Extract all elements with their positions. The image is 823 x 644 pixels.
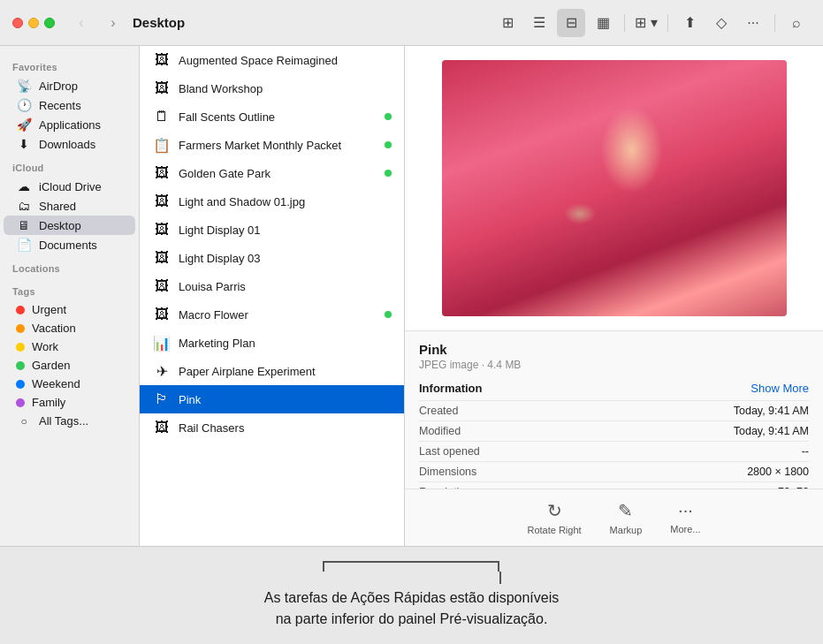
close-button[interactable]: [12, 18, 23, 28]
sidebar-item-desktop[interactable]: 🖥 Desktop: [4, 216, 135, 235]
view-icon-button[interactable]: ⊞: [493, 9, 522, 37]
tags-button[interactable]: ◇: [707, 9, 735, 37]
image-face: [442, 60, 787, 316]
file-icon: 🖼: [152, 192, 171, 211]
urgent-dot: [16, 306, 25, 314]
file-name: Fall Scents Outline: [179, 110, 377, 124]
list-item[interactable]: 🖼 Louisa Parris: [140, 272, 404, 300]
finder-window: ‹ › Desktop ⊞ ☰ ⊟ ▦ ⊞ ▾ ⬆ ◇ ··· ⌕ Favori…: [0, 0, 823, 644]
toolbar-separator-2: [667, 14, 668, 32]
sidebar-item-icloud-drive[interactable]: ☁ iCloud Drive: [4, 177, 135, 196]
forward-button[interactable]: ›: [101, 11, 126, 35]
sidebar-item-label: Vacation: [32, 322, 76, 335]
view-columns-button[interactable]: ⊟: [557, 9, 585, 37]
sidebar-item-recents[interactable]: 🕐 Recents: [4, 95, 135, 115]
rotate-right-label: Rotate Right: [527, 525, 581, 535]
markup-label: Markup: [610, 525, 643, 535]
file-name: Light Display 01: [179, 224, 392, 237]
sidebar-item-label: Recents: [39, 99, 81, 112]
sync-dot: [385, 311, 392, 318]
work-dot: [16, 343, 25, 352]
info-row-label: Modified: [419, 425, 461, 437]
bracket-vertical: [499, 572, 501, 584]
share-button[interactable]: ⬆: [675, 9, 704, 37]
info-row-dimensions: Dimensions 2800 × 1800: [419, 461, 809, 481]
preview-title: Pink: [419, 342, 809, 357]
list-item[interactable]: 🖼 Rail Chasers: [140, 413, 404, 442]
show-more-link[interactable]: Show More: [751, 382, 809, 395]
info-row-value: 2800 × 1800: [747, 466, 809, 478]
sidebar-item-work[interactable]: Work: [4, 337, 135, 356]
markup-button[interactable]: ✎ Markup: [610, 500, 643, 535]
traffic-lights: [12, 18, 55, 28]
list-item[interactable]: 🖼 Bland Workshop: [140, 74, 404, 102]
sidebar-item-label: Shared: [39, 200, 76, 213]
main-content: Favorites 📡 AirDrop 🕐 Recents 🚀 Applicat…: [0, 46, 823, 546]
preview-image-area: [405, 46, 823, 331]
view-list-button[interactable]: ☰: [525, 9, 553, 37]
list-item[interactable]: 🖼 Light Display 01: [140, 216, 404, 244]
file-name: Pink: [179, 393, 392, 406]
icloud-label: iCloud: [0, 154, 139, 177]
sidebar-item-weekend[interactable]: Weekend: [4, 375, 135, 393]
sidebar-item-shared[interactable]: 🗂 Shared: [4, 196, 135, 216]
sidebar-item-airdrop[interactable]: 📡 AirDrop: [4, 76, 135, 95]
desktop-icon: 🖥: [16, 218, 32, 232]
sidebar-item-urgent[interactable]: Urgent: [4, 300, 135, 319]
file-name: Light and Shadow 01.jpg: [179, 195, 392, 208]
sidebar-item-label: Work: [32, 340, 58, 353]
sidebar-item-applications[interactable]: 🚀 Applications: [4, 115, 135, 134]
preview-image: [442, 60, 787, 316]
list-item[interactable]: 🖼 Macro Flower: [140, 300, 404, 329]
list-item[interactable]: 🖼 Golden Gate Park: [140, 159, 404, 187]
list-item[interactable]: 🖼 Augmented Space Reimagined: [140, 46, 404, 74]
sidebar-item-label: Weekend: [32, 377, 80, 390]
sidebar-item-all-tags[interactable]: ○ All Tags...: [4, 412, 135, 430]
search-button[interactable]: ⌕: [782, 9, 811, 37]
info-row-created: Created Today, 9:41 AM: [419, 400, 809, 420]
list-item[interactable]: 🖼 Light Display 03: [140, 244, 404, 272]
file-name: Golden Gate Park: [179, 167, 377, 180]
sidebar-item-downloads[interactable]: ⬇ Downloads: [4, 134, 135, 154]
view-group-button[interactable]: ⊞ ▾: [632, 9, 660, 37]
more-actions-button[interactable]: ··· More...: [670, 500, 700, 535]
list-item[interactable]: 🖼 Light and Shadow 01.jpg: [140, 187, 404, 216]
file-icon: 🖼: [152, 79, 171, 98]
minimize-button[interactable]: [28, 18, 39, 28]
titlebar: ‹ › Desktop ⊞ ☰ ⊟ ▦ ⊞ ▾ ⬆ ◇ ··· ⌕: [0, 0, 823, 46]
sidebar-item-vacation[interactable]: Vacation: [4, 319, 135, 337]
shared-icon: 🗂: [16, 199, 32, 213]
applications-icon: 🚀: [16, 117, 32, 132]
list-item-selected[interactable]: 🏳 Pink: [140, 385, 404, 413]
file-icon: 🏳: [152, 390, 171, 409]
info-label: Information: [419, 382, 483, 395]
list-item[interactable]: 📋 Farmers Market Monthly Packet: [140, 131, 404, 159]
file-name: Bland Workshop: [179, 82, 392, 95]
info-row-label: Last opened: [419, 445, 480, 458]
callout-bracket: [35, 561, 788, 584]
file-icon: 🖼: [152, 277, 171, 296]
window-title: Desktop: [133, 15, 486, 30]
list-item[interactable]: 📊 Marketing Plan: [140, 329, 404, 357]
more-actions-icon: ···: [678, 500, 693, 520]
sidebar-item-documents[interactable]: 📄 Documents: [4, 235, 135, 254]
more-button[interactable]: ···: [739, 9, 767, 37]
file-name: Light Display 03: [179, 252, 392, 265]
maximize-button[interactable]: [44, 18, 55, 28]
file-icon: 🖼: [152, 50, 171, 70]
list-item[interactable]: 🗒 Fall Scents Outline: [140, 102, 404, 131]
sidebar-item-label: iCloud Drive: [39, 180, 102, 193]
file-icon: 🗒: [152, 107, 171, 126]
back-button[interactable]: ‹: [69, 11, 94, 35]
markup-icon: ✎: [618, 500, 633, 521]
rotate-right-button[interactable]: ↻ Rotate Right: [527, 500, 581, 535]
file-icon: 🖼: [152, 163, 171, 183]
sidebar-item-garden[interactable]: Garden: [4, 356, 135, 375]
view-gallery-button[interactable]: ▦: [589, 9, 617, 37]
info-row-resolution: Resolution 72×72: [419, 481, 809, 489]
info-header: Information Show More: [419, 382, 809, 395]
list-item[interactable]: ✈ Paper Airplane Experiment: [140, 357, 404, 385]
info-row-value: --: [802, 445, 809, 458]
vacation-dot: [16, 324, 25, 333]
sidebar-item-family[interactable]: Family: [4, 393, 135, 412]
